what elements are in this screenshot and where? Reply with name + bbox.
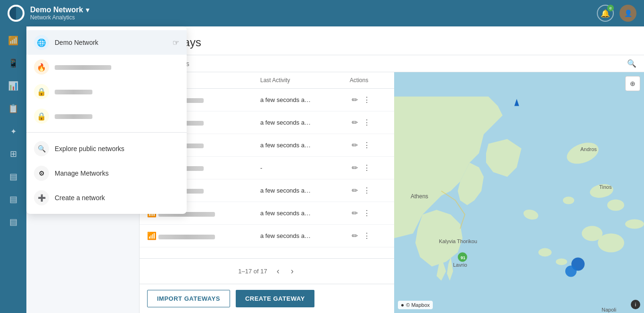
svg-point-10 bbox=[625, 220, 644, 229]
more-button[interactable]: ⋮ bbox=[361, 229, 372, 242]
dropdown-manage-label: Manage Metworks bbox=[55, 169, 108, 177]
sidebar-item-list[interactable]: 📋 bbox=[3, 98, 24, 119]
main-header: Gateways bbox=[140, 26, 644, 55]
sidebar-item-charts[interactable]: 📊 bbox=[3, 76, 24, 96]
gateway-actions: ✏ ⋮ bbox=[342, 157, 394, 179]
dropdown-item-create[interactable]: ➕ Create a network bbox=[26, 186, 187, 210]
gateway-actions: ✏ ⋮ bbox=[342, 202, 394, 225]
gateway-last-activity: a few seconds a… bbox=[253, 111, 342, 134]
map-controls: ⊕ bbox=[625, 76, 640, 91]
gateway-actions: ✏ ⋮ bbox=[342, 111, 394, 134]
table-icon: ▤ bbox=[9, 171, 17, 182]
table2-icon: ▤ bbox=[9, 194, 17, 204]
edit-button[interactable]: ✏ bbox=[350, 161, 360, 174]
gateway-last-activity: a few seconds a… bbox=[253, 134, 342, 157]
svg-text:Lavrio: Lavrio bbox=[453, 262, 467, 268]
col-last-activity: Last Activity bbox=[253, 72, 342, 89]
footer-buttons: IMPORT GATEWAYS CREATE GATEWAY bbox=[140, 284, 394, 313]
gateway-last-activity: - bbox=[253, 157, 342, 179]
main-content: Gateways 🔍 Name Last Activity Actions bbox=[140, 26, 644, 313]
search-input[interactable] bbox=[147, 60, 623, 68]
header-right: 🔔 e 👤 bbox=[597, 5, 636, 22]
svg-point-5 bbox=[538, 248, 552, 257]
map-svg: Artemida Athens Kalyvia Thorikou Lavrio … bbox=[394, 72, 644, 313]
more-button[interactable]: ⋮ bbox=[361, 161, 372, 174]
table-row: 📶 a few seconds a… ✏ ⋮ bbox=[140, 225, 394, 247]
explore-icon: 🔍 bbox=[34, 141, 49, 156]
dropdown-item-net3[interactable]: 🔒 bbox=[26, 79, 187, 104]
sidebar-item-devices[interactable]: 📱 bbox=[3, 53, 24, 74]
dropdown-item-manage[interactable]: ⚙ Manage Metworks bbox=[26, 161, 187, 186]
svg-point-8 bbox=[598, 234, 624, 253]
dropdown-item-label-4 bbox=[55, 112, 92, 120]
user-avatar[interactable]: 👤 bbox=[619, 5, 636, 22]
device-icon: 📱 bbox=[8, 58, 18, 68]
network-info[interactable]: Demo Network ▾ Network Analytics bbox=[30, 6, 597, 21]
import-gateways-button[interactable]: IMPORT GATEWAYS bbox=[147, 290, 230, 307]
locate-button[interactable]: ⊕ bbox=[625, 76, 640, 91]
edit-button[interactable]: ✏ bbox=[350, 116, 360, 129]
sidebar: 📶 📱 📊 📋 ✦ ⊞ ▤ ▤ ▤ bbox=[0, 26, 26, 313]
sidebar-item-signal[interactable]: 📶 bbox=[3, 30, 24, 51]
sidebar-item-table1[interactable]: ▤ bbox=[3, 166, 24, 187]
chart-icon: 📊 bbox=[8, 81, 18, 91]
network-subtitle: Network Analytics bbox=[30, 14, 597, 21]
sidebar-item-table3[interactable]: ▤ bbox=[3, 211, 24, 232]
create-gateway-button[interactable]: CREATE GATEWAY bbox=[236, 290, 314, 307]
more-button[interactable]: ⋮ bbox=[361, 184, 372, 197]
more-button[interactable]: ⋮ bbox=[361, 93, 372, 106]
notifications-button[interactable]: 🔔 e bbox=[597, 5, 614, 22]
sidebar-item-sparkle[interactable]: ✦ bbox=[3, 121, 24, 142]
edit-button[interactable]: ✏ bbox=[350, 184, 360, 197]
header: Demo Network ▾ Network Analytics 🔔 e 👤 bbox=[0, 0, 644, 26]
svg-text:Athens: Athens bbox=[411, 193, 428, 200]
sidebar-item-grid[interactable]: ⊞ bbox=[3, 144, 24, 164]
avatar-initials: 👤 bbox=[624, 9, 632, 17]
app-logo bbox=[8, 5, 25, 22]
edit-button[interactable]: ✏ bbox=[350, 93, 360, 106]
table3-icon: ▤ bbox=[9, 217, 17, 227]
chevron-down-icon: ▾ bbox=[86, 6, 89, 14]
svg-point-6 bbox=[556, 259, 567, 265]
more-button[interactable]: ⋮ bbox=[361, 116, 372, 129]
sidebar-item-table2[interactable]: ▤ bbox=[3, 189, 24, 210]
dropdown-item-label: Demo Network bbox=[55, 39, 99, 46]
dropdown-item-explore[interactable]: 🔍 Explore public networks bbox=[26, 136, 187, 161]
dropdown-item-label-2 bbox=[55, 63, 111, 71]
gateway-last-activity: a few seconds a… bbox=[253, 202, 342, 225]
lock2-icon: 🔒 bbox=[34, 109, 49, 124]
edit-button[interactable]: ✏ bbox=[350, 207, 360, 220]
svg-point-3 bbox=[563, 197, 574, 204]
svg-text:Kalyvia Thorikou: Kalyvia Thorikou bbox=[439, 238, 477, 244]
network-dropdown: 🌐 Demo Network ☞ 🔥 🔒 🔒 🔍 Explore public … bbox=[26, 26, 187, 214]
search-icon[interactable]: 🔍 bbox=[627, 59, 636, 68]
mapbox-logo: ● bbox=[401, 302, 404, 308]
dropdown-create-label: Create a network bbox=[55, 194, 105, 202]
notification-badge: e bbox=[607, 5, 614, 11]
more-button[interactable]: ⋮ bbox=[361, 139, 372, 152]
more-button[interactable]: ⋮ bbox=[361, 207, 372, 220]
manage-icon: ⚙ bbox=[34, 166, 49, 181]
dropdown-item-net2[interactable]: 🔥 bbox=[26, 55, 187, 79]
gateway-name: 📶 bbox=[140, 225, 253, 247]
gateway-last-activity: a few seconds a… bbox=[253, 89, 342, 111]
dropdown-item-demo[interactable]: 🌐 Demo Network ☞ bbox=[26, 30, 187, 55]
signal-icon: 📶 bbox=[8, 35, 18, 46]
edit-button[interactable]: ✏ bbox=[350, 139, 360, 152]
grid-icon: ⊞ bbox=[10, 149, 17, 159]
dropdown-item-net4[interactable]: 🔒 bbox=[26, 104, 187, 128]
content-area: Name Last Activity Actions a few seconds… bbox=[140, 72, 644, 313]
map-container: Artemida Athens Kalyvia Thorikou Lavrio … bbox=[394, 72, 644, 313]
next-page-button[interactable]: › bbox=[289, 264, 296, 278]
gateway-last-activity: a few seconds a… bbox=[253, 179, 342, 202]
pagination: 1–17 of 17 ‹ › bbox=[140, 258, 394, 284]
sparkle-icon: ✦ bbox=[10, 127, 17, 136]
edit-button[interactable]: ✏ bbox=[350, 229, 360, 242]
svg-text:Andros: Andros bbox=[580, 146, 597, 152]
map-info-button[interactable]: i bbox=[631, 300, 640, 309]
page-title: Gateways bbox=[151, 36, 633, 49]
network-name-button[interactable]: Demo Network ▾ bbox=[30, 6, 597, 14]
pagination-info: 1–17 of 17 bbox=[238, 268, 267, 275]
prev-page-button[interactable]: ‹ bbox=[275, 264, 281, 278]
svg-text:Tinos: Tinos bbox=[599, 184, 612, 190]
